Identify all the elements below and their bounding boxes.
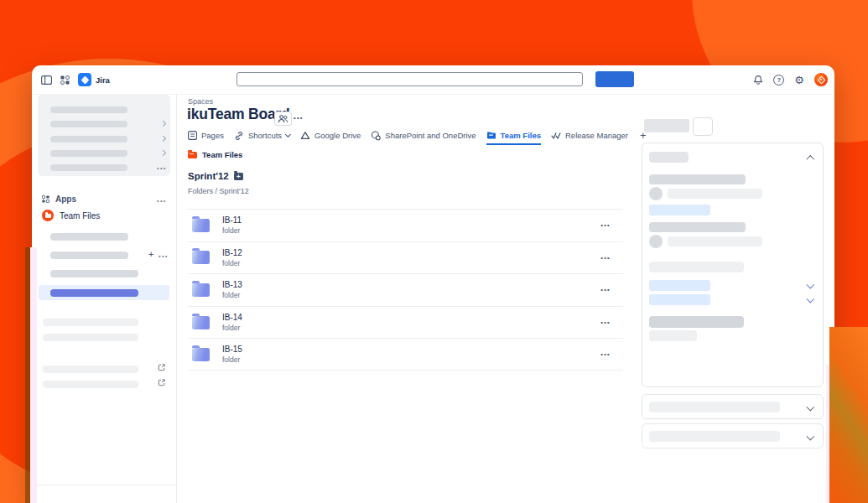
folder-name: IB-12 <box>222 248 600 258</box>
folder-icon <box>192 219 210 232</box>
chevron-down-icon[interactable] <box>806 281 813 288</box>
app-window: Jira ? ⚙ ••• Apps ••• <box>32 65 834 503</box>
external-link-icon[interactable] <box>158 378 166 386</box>
folder-name: IB-14 <box>222 313 600 323</box>
details-panel-card <box>642 143 824 387</box>
chevron-right-icon[interactable] <box>160 150 166 156</box>
sidebar-toggle-icon[interactable] <box>41 75 52 85</box>
tab-shortcuts[interactable]: Shortcuts <box>234 129 290 145</box>
row-menu-button[interactable]: ••• <box>600 255 611 262</box>
add-item-plus-icon[interactable]: + <box>148 250 153 259</box>
chevron-right-icon[interactable] <box>160 136 166 142</box>
skeleton-bar <box>43 334 138 341</box>
skeleton-avatar <box>649 187 663 200</box>
team-files-folder-icon <box>188 152 197 159</box>
skeleton-bar <box>649 431 780 442</box>
tab-sharepoint-onedrive[interactable]: SharePoint and OneDrive <box>371 129 476 145</box>
folder-breadcrumb[interactable]: Folders / Sprint'12 <box>188 187 249 195</box>
tab-label: SharePoint and OneDrive <box>385 131 476 140</box>
create-folder-icon[interactable] <box>234 173 243 180</box>
sprint-title: Sprint'12 <box>188 171 229 181</box>
folder-icon <box>192 348 210 361</box>
skeleton-bar <box>649 222 746 232</box>
skeleton-bar <box>43 366 138 373</box>
folder-row[interactable]: IB-11folder ••• <box>188 209 623 241</box>
tab-team-files[interactable]: Team Files <box>486 129 541 145</box>
skeleton-bar <box>50 164 127 171</box>
notifications-bell-icon[interactable] <box>753 75 763 86</box>
skeleton-bar <box>50 121 127 127</box>
chevron-down-icon[interactable] <box>806 295 813 303</box>
page-more-menu-icon[interactable]: ••• <box>294 115 304 122</box>
more-menu-icon[interactable]: ••• <box>157 165 167 172</box>
app-switcher-icon[interactable] <box>60 75 70 85</box>
folder-type: folder <box>222 259 600 267</box>
folder-list: IB-11folder ••• IB-12folder ••• IB-13fol… <box>188 209 623 371</box>
collapsed-panel-card[interactable] <box>642 394 824 419</box>
window-edge-shadow <box>25 247 30 503</box>
background-stripes <box>829 327 868 503</box>
tab-release-manager[interactable]: Release Manager <box>551 129 628 145</box>
topbar-right: ? ⚙ <box>753 65 828 94</box>
chevron-down-icon[interactable] <box>806 433 813 440</box>
tab-label: Release Manager <box>565 131 628 140</box>
share-people-button[interactable] <box>274 111 292 126</box>
chevron-down-icon[interactable] <box>806 403 813 411</box>
section-label: Team Files <box>202 150 242 159</box>
skeleton-bar <box>50 106 127 113</box>
folder-icon <box>192 316 210 329</box>
user-avatar[interactable] <box>814 73 828 86</box>
sharepoint-icon <box>371 131 381 141</box>
team-files-section-header: Team Files <box>188 150 242 159</box>
create-button[interactable] <box>595 71 634 87</box>
skeleton-bar <box>50 289 138 298</box>
folder-name: IB-11 <box>222 215 600 226</box>
collapsed-panel-card[interactable] <box>642 423 824 449</box>
folder-type: folder <box>222 355 600 364</box>
page-icon <box>188 131 197 140</box>
folder-row[interactable]: IB-13folder ••• <box>188 273 623 306</box>
sidebar-item-team-files[interactable]: Team Files <box>42 210 100 221</box>
skeleton-bar <box>649 402 780 412</box>
skeleton-bar <box>668 236 762 246</box>
folder-icon <box>192 283 210 297</box>
folder-row[interactable]: IB-14folder ••• <box>188 306 623 339</box>
skeleton-bar <box>50 150 127 157</box>
row-menu-button[interactable]: ••• <box>600 287 611 293</box>
row-menu-button[interactable]: ••• <box>600 319 611 326</box>
tab-pages[interactable]: Pages <box>188 129 224 145</box>
search-input[interactable] <box>236 72 583 86</box>
skeleton-bar <box>50 233 128 241</box>
tab-google-drive[interactable]: Google Drive <box>300 129 361 145</box>
folder-name: IB-15 <box>222 345 600 355</box>
collapse-chevron-up-icon[interactable] <box>806 156 813 163</box>
chevron-right-icon[interactable] <box>160 121 166 127</box>
panel-action-button[interactable] <box>693 117 713 136</box>
sidebar-selected-item[interactable] <box>39 285 169 300</box>
team-files-app-icon <box>42 210 54 221</box>
apps-more-icon[interactable]: ••• <box>157 198 167 205</box>
marketing-background: { "app": { "name": "Jira" }, "topbar": {… <box>0 0 868 503</box>
jira-home-link[interactable]: Jira <box>78 73 110 86</box>
row-menu-button[interactable]: ••• <box>600 351 611 358</box>
folder-type: folder <box>222 291 600 299</box>
settings-gear-icon[interactable]: ⚙ <box>794 75 804 86</box>
tab-label: Google Drive <box>314 131 361 140</box>
folder-icon <box>192 251 210 264</box>
skeleton-bar <box>649 262 744 272</box>
apps-grid-icon <box>42 195 49 203</box>
folder-row[interactable]: IB-12folder ••• <box>188 241 623 274</box>
people-icon <box>278 114 288 123</box>
help-icon[interactable]: ? <box>773 75 784 86</box>
skeleton-bar <box>50 252 128 259</box>
breadcrumb[interactable]: Spaces <box>188 97 213 106</box>
skeleton-link-bar <box>649 205 710 215</box>
external-link-icon[interactable] <box>158 363 166 371</box>
skeleton-bar <box>43 381 138 388</box>
skeleton-link-bar <box>649 280 710 291</box>
row-menu-button[interactable]: ••• <box>600 222 611 229</box>
folder-row[interactable]: IB-15folder ••• <box>188 338 623 371</box>
folder-icon <box>486 131 496 140</box>
more-menu-icon[interactable]: ••• <box>159 253 169 260</box>
skeleton-bar <box>43 319 138 326</box>
